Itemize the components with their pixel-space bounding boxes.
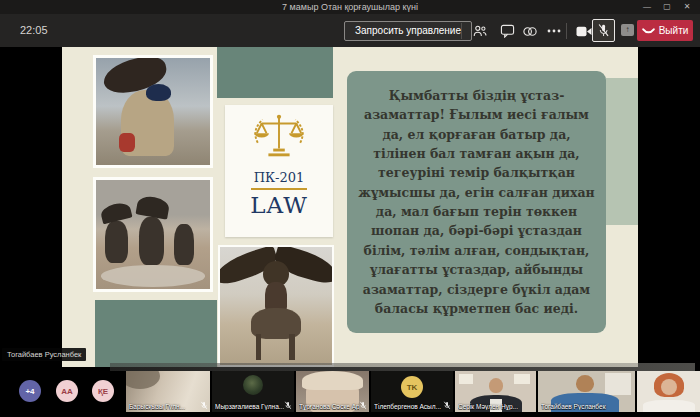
overflow-participants-badge[interactable]: +4: [19, 380, 41, 402]
avatar-initials: TK: [401, 376, 423, 398]
more-options-icon[interactable]: [544, 23, 564, 39]
photo-horseback-hunters: [93, 177, 213, 292]
participants-icon[interactable]: [470, 23, 490, 39]
participant-name: Серік Мәулен Нұр...: [458, 403, 526, 410]
toolbar-divider: [461, 23, 462, 39]
participant-video: [637, 371, 700, 412]
mic-muted-icon: [284, 401, 292, 410]
slide-green-block-bottom: [95, 300, 217, 367]
toolbar-divider: [566, 23, 567, 39]
meeting-toolbar: 22:05 Запросить управление: [0, 14, 700, 47]
quote-text: Қымбатты біздің ұстаз-азаматтар! Ғылым и…: [356, 86, 597, 319]
mic-muted-icon: [359, 401, 367, 410]
close-button[interactable]: ✕: [678, 0, 696, 14]
share-screen-icon[interactable]: ↑: [621, 24, 634, 36]
participant-tile[interactable]: Тогайбаев Русланбек: [538, 371, 635, 412]
teams-meeting-window: 7 мамыр Отан қорғаушылар күні — ▢ ✕ 22:0…: [0, 0, 700, 417]
participant-avatar[interactable]: ҚЕ: [92, 380, 114, 402]
painting-eagle-rider: [218, 245, 334, 367]
quote-box: Қымбатты біздің ұстаз-азаматтар! Ғылым и…: [347, 71, 606, 333]
participant-name: Мырзағалиева Гүлна...: [215, 403, 284, 410]
slide-green-block-top: [217, 47, 333, 98]
shared-screen-stage: ПК-201 LAW Қымбатты біздің ұстаз-азаматт…: [0, 47, 700, 371]
mic-muted-button[interactable]: [592, 19, 615, 42]
group-logo-card: ПК-201 LAW: [225, 105, 333, 237]
presenter-name-chip: Тогайбаев Русланбек: [2, 348, 86, 361]
camera-on-icon[interactable]: [574, 23, 594, 39]
leave-label: Выйти: [659, 25, 689, 36]
stage-bottom-shadow: [110, 363, 695, 371]
mic-muted-icon: [597, 23, 610, 38]
participant-tile[interactable]: Мырзағалиева Гүлна...: [212, 371, 294, 412]
presentation-slide: ПК-201 LAW Қымбатты біздің ұстаз-азаматт…: [62, 47, 638, 367]
reactions-icon[interactable]: [520, 23, 540, 39]
leave-button[interactable]: Выйти: [637, 20, 693, 41]
participant-name: Барысқызы Гүлн...: [129, 403, 200, 410]
minimize-button[interactable]: —: [638, 0, 656, 14]
maximize-button[interactable]: ▢: [658, 0, 676, 14]
request-control-button[interactable]: Запросить управление: [344, 21, 472, 41]
participants-strip: +4 AA ҚЕ Барысқызы Гүлн... Мырзағалиева …: [0, 371, 700, 412]
participant-tile[interactable]: Тұрғанова Сәске Ар...: [296, 371, 369, 412]
meeting-title: 7 мамыр Отан қорғаушылар күні: [0, 0, 700, 14]
group-code: ПК-201: [225, 170, 333, 185]
scales-of-justice-icon: [250, 112, 308, 164]
logo-divider: [251, 188, 307, 190]
participant-tile[interactable]: Барысқызы Гүлн...: [126, 371, 210, 412]
chat-icon[interactable]: [497, 23, 517, 39]
participant-name: Тогайбаев Русланбек: [541, 403, 625, 410]
meeting-timer: 22:05: [20, 14, 48, 47]
hang-up-icon: [642, 27, 655, 34]
mic-muted-icon: [200, 401, 208, 410]
participant-tile[interactable]: [637, 371, 700, 412]
avatar: [243, 375, 263, 395]
participant-avatar[interactable]: AA: [56, 380, 78, 402]
participant-tile[interactable]: TK Тілепбергенов Асыл...: [371, 371, 453, 412]
window-titlebar: 7 мамыр Отан қорғаушылар күні — ▢ ✕: [0, 0, 700, 14]
mic-muted-icon: [443, 401, 451, 410]
participant-name: Тілепбергенов Асыл...: [374, 403, 443, 410]
logo-law-text: LAW: [225, 192, 333, 218]
participant-tile[interactable]: Серік Мәулен Нұр...: [455, 371, 536, 412]
slide-accent-strip: [606, 78, 638, 225]
photo-eagle-hunter: [93, 55, 213, 168]
participant-name: Тұрғанова Сәске Ар...: [299, 403, 359, 410]
